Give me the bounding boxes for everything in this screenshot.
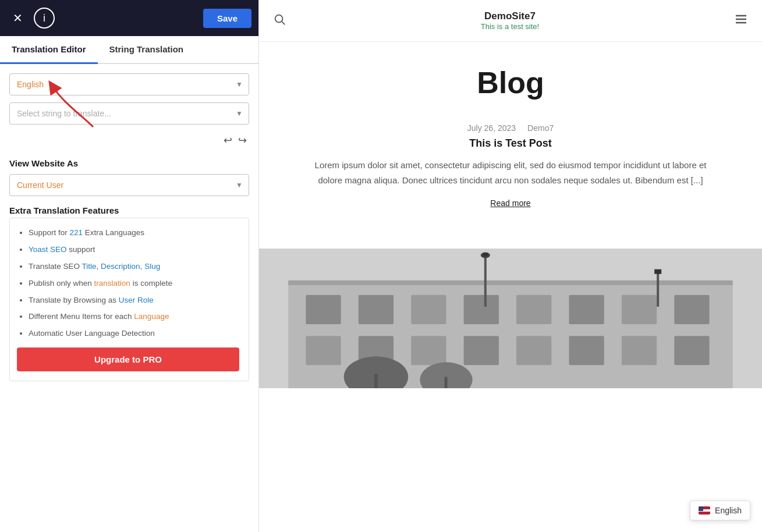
close-button[interactable]: ✕ [7,8,28,29]
string-select[interactable]: Select string to translate... [10,103,249,124]
post-author: Demo7 [527,123,554,133]
svg-rect-15 [674,295,709,324]
svg-rect-24 [484,254,487,306]
top-bar: ✕ i Save [0,0,258,36]
svg-rect-20 [516,336,551,365]
site-name: DemoSite7 [286,10,734,22]
list-item: Different Menu Items for each Language [29,311,239,322]
list-item: Translate by Browsing as User Role [29,295,239,306]
language-badge[interactable]: English [690,501,750,520]
view-as-select-wrapper: Current User Logged Out User Admin ▼ [9,174,249,196]
undo-button[interactable]: ↩ [224,134,232,147]
panel-content: English Spanish French ▼ Select string t… [0,64,258,391]
post-excerpt: Lorem ipsum dolor sit amet, consectetur … [307,158,714,187]
site-header-title: DemoSite7 This is a test site! [286,10,734,31]
highlight: Language [134,312,169,321]
svg-rect-12 [516,295,551,324]
info-button[interactable]: i [34,8,55,29]
site-header: DemoSite7 This is a test site! [259,0,762,42]
list-item: Support for 221 Extra Languages [29,228,239,239]
language-badge-label: English [715,506,742,515]
svg-line-1 [282,22,285,24]
list-item: Yoast SEO support [29,244,239,256]
svg-rect-14 [622,295,657,324]
menu-icon[interactable] [734,12,748,30]
blog-title: Blog [294,65,727,100]
view-as-select[interactable]: Current User Logged Out User Admin [10,175,249,196]
svg-rect-29 [374,374,378,388]
highlight: Title [82,262,97,271]
svg-point-0 [275,15,283,23]
svg-rect-30 [444,377,447,388]
undo-redo-container: ↩ ↪ [9,132,249,149]
redo-button[interactable]: ↪ [238,134,247,147]
save-button[interactable]: Save [203,9,251,28]
right-panel: DemoSite7 This is a test site! Blog July… [259,0,762,532]
highlight: Description [101,262,140,271]
language-select[interactable]: English Spanish French [10,74,249,95]
post-title: This is Test Post [294,137,727,150]
highlight: 221 [70,228,83,237]
extra-features-box: Support for 221 Extra Languages Yoast SE… [9,218,249,381]
svg-rect-9 [359,295,394,324]
svg-rect-32 [654,269,661,274]
svg-rect-22 [622,336,657,365]
view-website-label: View Website As [9,158,249,168]
language-select-wrapper: English Spanish French ▼ [9,73,249,95]
extra-features-section: Extra Translation Features Support for 2… [9,203,249,381]
svg-rect-7 [288,281,733,285]
svg-rect-19 [464,336,499,365]
highlight: Slug [144,262,160,271]
list-item: Publish only when translation is complet… [29,278,239,289]
highlight: Yoast SEO [29,245,67,254]
read-more-link[interactable]: Read more [490,198,530,208]
list-item: Translate SEO Title, Description, Slug [29,261,239,272]
svg-rect-16 [306,336,341,365]
upgrade-button[interactable]: Upgrade to PRO [17,347,239,371]
post-date: July 26, 2023 [467,123,516,133]
post-meta: July 26, 2023 Demo7 [294,123,727,133]
flag-icon [699,506,710,515]
svg-rect-23 [674,336,709,365]
view-website-section: View Website As Current User Logged Out … [9,156,249,196]
tab-translation-editor[interactable]: Translation Editor [0,36,98,64]
features-list: Support for 221 Extra Languages Yoast SE… [17,228,239,339]
svg-rect-18 [411,336,446,365]
site-content: Blog July 26, 2023 Demo7 This is Test Po… [259,42,762,249]
svg-rect-26 [483,253,488,256]
svg-rect-8 [306,295,341,324]
search-icon[interactable] [273,13,286,29]
string-select-wrapper: Select string to translate... ▼ [9,102,249,125]
extra-features-label: Extra Translation Features [9,205,249,215]
svg-rect-11 [464,295,499,324]
site-tagline: This is a test site! [286,22,734,31]
svg-rect-13 [569,295,604,324]
list-item: Automatic User Language Detection [29,328,239,339]
highlight: translation [94,279,130,288]
tab-string-translation[interactable]: String Translation [98,36,196,64]
left-panel: ✕ i Save Translation Editor String Trans… [0,0,259,532]
svg-rect-21 [569,336,604,365]
tabs-container: Translation Editor String Translation [0,36,258,64]
svg-rect-10 [411,295,446,324]
svg-rect-31 [657,272,659,307]
highlight: User Role [119,296,154,304]
blog-image [259,249,762,388]
